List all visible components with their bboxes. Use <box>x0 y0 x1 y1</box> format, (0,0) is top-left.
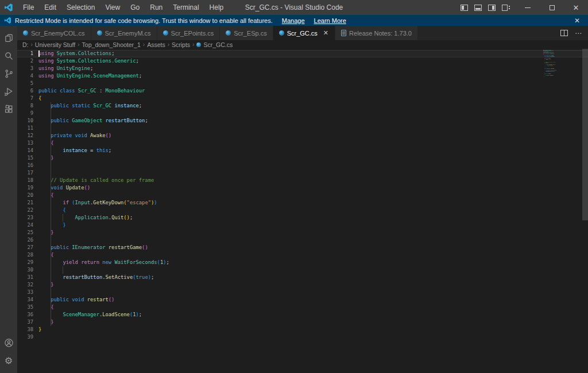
code-line[interactable]: 14 instance = this; <box>17 147 588 154</box>
line-number[interactable]: 33 <box>17 289 38 296</box>
tab-scr-epoints-cs[interactable]: Scr_EPoints.cs <box>157 26 220 40</box>
line-number[interactable]: 26 <box>17 236 38 244</box>
code-line[interactable]: 8 public static Scr_GC instance; <box>17 102 588 110</box>
breadcrumb-item[interactable]: Scr_GC.cs <box>203 41 233 48</box>
extensions-icon[interactable] <box>0 100 17 118</box>
code-line[interactable]: 7{ <box>17 95 588 102</box>
line-number[interactable]: 22 <box>17 207 38 214</box>
line-number[interactable]: 30 <box>17 266 38 274</box>
line-number[interactable]: 20 <box>17 192 38 199</box>
line-number[interactable]: 27 <box>17 244 38 251</box>
line-number[interactable]: 5 <box>17 80 38 87</box>
line-number[interactable]: 10 <box>17 117 38 125</box>
code-line[interactable]: 5 <box>17 80 588 87</box>
menu-view[interactable]: View <box>100 0 125 15</box>
code-line[interactable]: 21 if (Input.GetKeyDown("escape")) <box>17 199 588 207</box>
tab-scr-gc-cs[interactable]: Scr_GC.cs✕ <box>273 26 335 40</box>
menu-run[interactable]: Run <box>145 0 168 15</box>
code-line[interactable]: 36 SceneManager.LoadScene(1); <box>17 311 588 318</box>
line-number[interactable]: 4 <box>17 72 38 80</box>
menu-edit[interactable]: Edit <box>39 0 61 15</box>
code-line[interactable]: 22 { <box>17 207 588 214</box>
code-line[interactable]: 24 } <box>17 222 588 229</box>
code-line[interactable]: 13 { <box>17 139 588 147</box>
line-number[interactable]: 17 <box>17 169 38 177</box>
code-line[interactable]: 23 Application.Quit(); <box>17 214 588 222</box>
code-line[interactable]: 3using UnityEngine; <box>17 65 588 72</box>
code-editor[interactable]: 1using System.Collections;2using System.… <box>17 50 588 341</box>
breadcrumb-item[interactable]: Scripts <box>172 41 190 48</box>
menu-terminal[interactable]: Terminal <box>168 0 204 15</box>
code-line[interactable]: 17 <box>17 169 588 177</box>
line-number[interactable]: 28 <box>17 251 38 259</box>
minimize-button[interactable] <box>516 0 540 15</box>
banner-manage-link[interactable]: Manage <box>282 17 305 24</box>
code-line[interactable]: 28 { <box>17 251 588 259</box>
code-line[interactable]: 35 { <box>17 304 588 311</box>
code-line[interactable]: 1using System.Collections; <box>17 50 588 57</box>
line-number[interactable]: 31 <box>17 274 38 281</box>
code-line[interactable]: 12 private void Awake() <box>17 132 588 139</box>
split-editor-icon[interactable] <box>560 30 568 36</box>
banner-learn-more-link[interactable]: Learn More <box>314 17 346 24</box>
code-line[interactable]: 4using UnityEngine.SceneManagement; <box>17 72 588 80</box>
line-number[interactable]: 29 <box>17 259 38 266</box>
line-number[interactable]: 14 <box>17 147 38 154</box>
breadcrumb-item[interactable]: Assets <box>147 41 165 48</box>
code-line[interactable]: 33 <box>17 289 588 296</box>
menu-selection[interactable]: Selection <box>61 0 100 15</box>
line-number[interactable]: 15 <box>17 154 38 162</box>
line-number[interactable]: 8 <box>17 102 38 110</box>
code-line[interactable]: 2using System.Collections.Generic; <box>17 57 588 65</box>
menu-file[interactable]: File <box>18 0 39 15</box>
editor-pane[interactable]: 1using System.Collections;2using System.… <box>17 49 588 373</box>
code-line[interactable]: 31 restartButton.SetActive(true); <box>17 274 588 281</box>
line-number[interactable]: 38 <box>17 326 38 333</box>
code-line[interactable]: 27 public IEnumerator restartGame() <box>17 244 588 251</box>
line-number[interactable]: 13 <box>17 139 38 147</box>
line-number[interactable]: 19 <box>17 184 38 192</box>
breadcrumb-item[interactable]: University Stuff <box>35 41 75 48</box>
code-line[interactable]: 25 } <box>17 229 588 236</box>
tab-close-icon[interactable]: ✕ <box>323 29 329 37</box>
line-number[interactable]: 6 <box>17 87 38 95</box>
code-line[interactable]: 30 <box>17 266 588 274</box>
line-number[interactable]: 36 <box>17 311 38 318</box>
code-line[interactable]: 37 } <box>17 318 588 326</box>
code-line[interactable]: 9 <box>17 110 588 117</box>
source-control-icon[interactable] <box>0 65 17 83</box>
line-number[interactable]: 9 <box>17 110 38 117</box>
minimap[interactable]: 1using System.Collections;2using System.… <box>543 50 582 373</box>
code-line[interactable]: 20 { <box>17 192 588 199</box>
line-number[interactable]: 7 <box>17 95 38 102</box>
run-and-debug-icon[interactable] <box>0 83 17 100</box>
menu-go[interactable]: Go <box>125 0 145 15</box>
code-line[interactable]: 38} <box>17 326 588 333</box>
code-line[interactable]: 26 <box>17 236 588 244</box>
maximize-button[interactable] <box>540 0 564 15</box>
code-line[interactable]: 18 // Update is called once per frame <box>17 177 588 184</box>
customize-layout-icon[interactable] <box>502 5 508 11</box>
accounts-icon[interactable] <box>0 334 17 352</box>
breadcrumb-item[interactable]: D: <box>22 41 29 48</box>
line-number[interactable]: 16 <box>17 162 38 169</box>
line-number[interactable]: 23 <box>17 214 38 222</box>
line-number[interactable]: 1 <box>17 50 38 57</box>
explorer-icon[interactable] <box>0 29 17 47</box>
code-line[interactable]: 19 void Update() <box>17 184 588 192</box>
line-number[interactable]: 34 <box>17 296 38 304</box>
tab-scr-esp-cs[interactable]: Scr_ESp.cs <box>220 26 273 40</box>
close-window-button[interactable]: ✕ <box>564 0 588 15</box>
line-number[interactable]: 32 <box>17 281 38 289</box>
more-actions-icon[interactable]: ⋯ <box>575 29 582 37</box>
tab-scr-enemym-cs[interactable]: Scr_EnemyM.cs <box>91 26 157 40</box>
line-number[interactable]: 2 <box>17 57 38 65</box>
line-number[interactable]: 35 <box>17 304 38 311</box>
toggle-panel-icon[interactable] <box>474 5 482 11</box>
code-line[interactable]: 10 public GameObject restartButton; <box>17 117 588 125</box>
tab-scr-enemycol-cs[interactable]: Scr_EnemyCOL.cs <box>17 26 91 40</box>
code-line[interactable]: 15 } <box>17 154 588 162</box>
line-number[interactable]: 39 <box>17 333 38 341</box>
code-line[interactable]: 6public class Scr_GC : MonoBehaviour <box>17 87 588 95</box>
line-number[interactable]: 37 <box>17 318 38 326</box>
